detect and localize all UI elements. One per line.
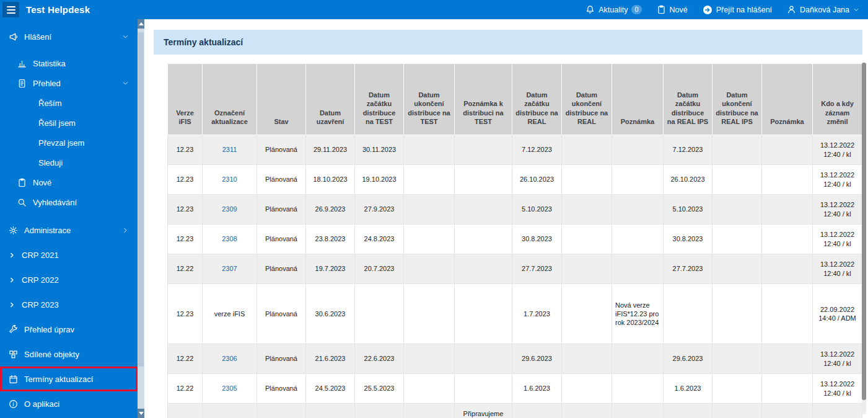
aktuality-button[interactable]: Aktuality 0 xyxy=(585,5,641,14)
column-header: Poznámka k distribuci na TEST xyxy=(455,64,512,135)
table-cell xyxy=(404,344,455,374)
table-cell: 12.23 xyxy=(167,195,203,225)
table-row: 12.23verze iFISPlánovaná30.6.20231.7.202… xyxy=(167,284,862,344)
table-cell xyxy=(762,344,813,374)
table-cell xyxy=(762,165,813,195)
table-cell xyxy=(562,344,612,374)
hamburger-icon xyxy=(7,6,15,14)
table-cell xyxy=(512,404,562,418)
sidebar-item-label: Hlášení xyxy=(24,32,51,42)
app-title: Test Helpdesk xyxy=(26,4,90,15)
aktualizace-link[interactable]: 2309 xyxy=(222,205,237,213)
table-cell xyxy=(712,404,762,418)
table-cell: 5.10.2023 xyxy=(664,195,712,225)
sidebar-item-o-aplikaci[interactable]: O aplikaci xyxy=(0,391,138,416)
column-header: Kdo a kdy záznam změnil xyxy=(813,64,862,135)
table-cell: 21.6.2023 xyxy=(306,344,355,374)
sidebar-item-sleduji[interactable]: Sleduji xyxy=(0,153,138,172)
main-scrollbar-thumb[interactable] xyxy=(862,63,866,400)
table-cell xyxy=(404,225,455,254)
prejit-na-hlaseni-button[interactable]: Přejít na hlášení xyxy=(703,5,772,15)
sidebar-item-vyhledavani[interactable]: Vyhledávání xyxy=(0,192,138,212)
table-cell xyxy=(664,284,712,344)
table-cell: 13.12.2022 12:40 / kl xyxy=(813,254,862,284)
sidebar-item-hlaseni[interactable]: Hlášení xyxy=(0,27,138,47)
chevron-right-icon xyxy=(9,277,15,283)
person-icon xyxy=(787,5,796,14)
table-cell: Nová verze iFIS*12.23 pro rok 2023/2024 xyxy=(612,284,664,344)
sidebar-item-label: Sleduji xyxy=(38,158,63,167)
column-header: Datum ukončení distribuce na REAL xyxy=(562,64,612,135)
table-cell xyxy=(562,284,612,344)
scroll-down-button[interactable] xyxy=(138,409,144,418)
updates-table: Verze iFISOznačení aktualizaceStavDatum … xyxy=(167,64,868,418)
table-cell: 30.11.2023 xyxy=(355,135,404,165)
table-cell xyxy=(455,344,512,374)
table-cell xyxy=(762,195,813,225)
aktualizace-link[interactable]: 2310 xyxy=(222,176,237,183)
sidebar-scrollbar-thumb[interactable] xyxy=(138,32,144,367)
sidebar-scrollbar-track[interactable] xyxy=(138,29,144,409)
nove-button[interactable]: Nové xyxy=(657,5,688,14)
hamburger-menu-button[interactable] xyxy=(2,2,19,17)
column-header: Datum začátku distribuce na REAL IPS xyxy=(664,64,712,135)
table-cell xyxy=(612,165,664,195)
table-row: 12.232308Plánovaná23.8.202324.8.202330.8… xyxy=(167,225,862,254)
table-cell xyxy=(455,284,512,344)
aktualizace-link[interactable]: 2308 xyxy=(222,235,237,242)
sidebar-item-crp-2023[interactable]: CRP 2023 xyxy=(0,292,138,317)
sidebar-item-prevzal-jsem[interactable]: Převzal jsem xyxy=(0,133,138,153)
table-cell xyxy=(355,404,404,418)
sidebar-item-prehled[interactable]: Přehled xyxy=(0,73,138,93)
sidebar-item-resil-jsem[interactable]: Řešil jsem xyxy=(0,113,138,133)
table-cell xyxy=(762,135,813,165)
sidebar-item-crp-2021[interactable]: CRP 2021 xyxy=(0,242,138,267)
sidebar-item-label: Statistika xyxy=(33,59,66,68)
column-header: Poznámka xyxy=(762,64,813,135)
table-cell: 18.10.2023 xyxy=(306,165,355,195)
table-cell: 29.6.2023 xyxy=(664,344,712,374)
table-cell: Plánovaná xyxy=(257,165,306,195)
aktualizace-link[interactable]: 2311 xyxy=(222,146,237,153)
table-cell: 30.8.2023 xyxy=(512,225,562,254)
sidebar-item-crp-2022[interactable]: CRP 2022 xyxy=(0,267,138,292)
user-menu[interactable]: Daňková Jana xyxy=(787,5,859,14)
table-cell: 2311 xyxy=(203,135,257,165)
clipboard-icon xyxy=(17,178,27,187)
sidebar-item-prehled-uprav[interactable]: Přehled úprav xyxy=(0,317,138,342)
table-cell xyxy=(712,254,762,284)
table-cell xyxy=(167,404,203,418)
table-cell xyxy=(404,165,455,195)
sidebar-item-resim[interactable]: Řeším xyxy=(0,93,138,113)
chevron-right-icon xyxy=(9,301,15,308)
sidebar-item-nove[interactable]: Nové xyxy=(0,172,138,192)
sidebar-scrollbar[interactable] xyxy=(138,19,144,418)
chevron-right-icon xyxy=(122,227,129,234)
aktualizace-link[interactable]: 2307 xyxy=(222,265,237,272)
app-root: Test Helpdesk Aktuality 0 Nové Přejít na… xyxy=(0,0,868,418)
scroll-up-button[interactable] xyxy=(138,19,144,29)
table-row: 12.222307Plánovaná19.7.202320.7.202327.7… xyxy=(167,254,862,284)
sidebar-item-label: Nové xyxy=(33,178,51,187)
table-cell: Plánovaná xyxy=(257,254,306,284)
sidebar-item-statistika[interactable]: Statistika xyxy=(0,53,138,73)
table-cell: 12.22 xyxy=(167,254,203,284)
table-cell xyxy=(612,344,664,374)
table-cell xyxy=(612,374,664,404)
sidebar-item-sdilene-objekty[interactable]: Sdílené objekty xyxy=(0,342,138,367)
wrench-icon xyxy=(9,325,18,334)
aktualizace-link[interactable]: 2306 xyxy=(222,355,237,362)
table-cell: 12.23 xyxy=(167,135,203,165)
sidebar-item-label: CRP 2021 xyxy=(22,251,59,260)
triangle-down-icon xyxy=(139,412,144,415)
table-row: 12.222305Plánovaná24.5.202325.5.20231.6.… xyxy=(167,374,862,404)
table-cell: 2307 xyxy=(203,254,257,284)
main-scrollbar[interactable] xyxy=(862,63,866,414)
aktualizace-link[interactable]: 2305 xyxy=(222,385,237,392)
table-cell: 19.10.2023 xyxy=(355,165,404,195)
sidebar-item-label: Administrace xyxy=(24,226,71,235)
sidebar-item-terminy-aktualizaci[interactable]: Termíny aktualizací xyxy=(0,367,138,391)
table-cell xyxy=(404,254,455,284)
table-cell: 19.7.2023 xyxy=(306,254,355,284)
sidebar-item-administrace[interactable]: Administrace xyxy=(0,218,138,242)
